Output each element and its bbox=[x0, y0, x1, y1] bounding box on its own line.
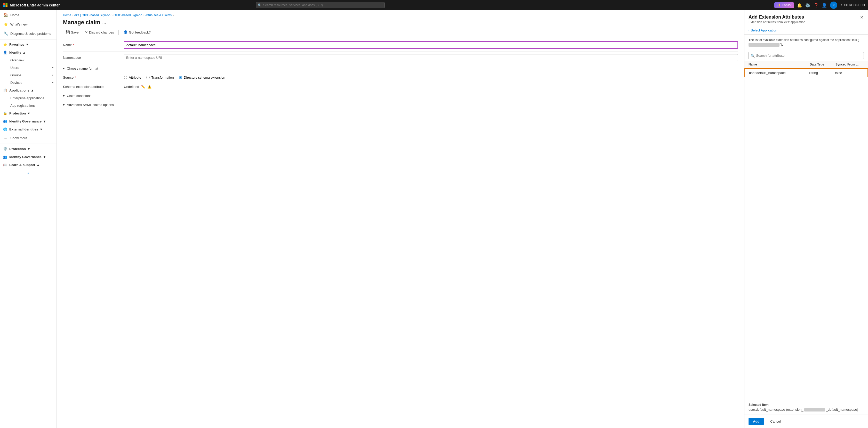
choose-name-format-row[interactable]: ▾ Choose name format bbox=[63, 64, 738, 73]
name-label: Name * bbox=[63, 43, 120, 47]
sidebar-item-groups[interactable]: Groups ▾ bbox=[0, 71, 57, 79]
star-icon: ⭐ bbox=[3, 22, 8, 27]
sidebar-item-users[interactable]: Users ▾ bbox=[0, 64, 57, 71]
sidebar-divider-1 bbox=[0, 39, 57, 39]
claim-conditions-row[interactable]: ▾ Claim conditions bbox=[63, 91, 738, 100]
source-attribute-radio[interactable] bbox=[124, 76, 127, 79]
selected-item-value: user.default_namespace (extension_ _defa… bbox=[748, 408, 864, 411]
add-button[interactable]: Add bbox=[748, 418, 764, 425]
app-brand: Microsoft Entra admin center bbox=[3, 3, 60, 7]
source-directory-schema-radio[interactable] bbox=[179, 76, 182, 79]
schema-extension-label: Schema extension attribute bbox=[63, 85, 120, 89]
sidebar-diagnose-label: Diagnose & solve problems bbox=[10, 32, 54, 36]
sidebar-learn-support-header[interactable]: 📖 Learn & support ▴ bbox=[0, 161, 57, 169]
table-row[interactable]: user.default_namespace String false bbox=[744, 68, 868, 77]
show-more-label: Show more bbox=[10, 136, 54, 140]
learn-icon: 📖 bbox=[3, 163, 7, 167]
content-area: Home › eks | OIDC-based Sign-on › OIDC-b… bbox=[57, 10, 744, 428]
source-attribute-option[interactable]: Attribute bbox=[124, 75, 141, 79]
protection-chevron: ▾ bbox=[28, 111, 30, 115]
select-application-back-button[interactable]: ‹ Select Application bbox=[748, 28, 777, 32]
users-label: Users bbox=[10, 66, 19, 70]
sidebar-item-app-registrations[interactable]: App registrations bbox=[0, 102, 57, 109]
sidebar-item-overview[interactable]: Overview bbox=[0, 57, 57, 64]
app-registrations-label: App registrations bbox=[10, 104, 36, 107]
edit-icon[interactable]: ✏️ bbox=[141, 85, 145, 89]
breadcrumb-home[interactable]: Home bbox=[63, 13, 71, 17]
sidebar-identity-header[interactable]: 👤 Identity ▴ bbox=[0, 48, 57, 57]
source-directory-schema-label: Directory schema extension bbox=[184, 75, 225, 79]
sidebar-item-devices[interactable]: Devices ▾ bbox=[0, 79, 57, 86]
page-title: Manage claim bbox=[63, 19, 100, 26]
source-transformation-radio[interactable] bbox=[146, 76, 150, 79]
name-input[interactable] bbox=[124, 41, 738, 49]
sidebar-show-more[interactable]: ··· Show more bbox=[0, 133, 57, 142]
sidebar-identity-gov2-header[interactable]: 👥 Identity Governance ▾ bbox=[0, 153, 57, 161]
search-icon: 🔍 bbox=[258, 3, 261, 7]
identity-gov-icon: 👥 bbox=[3, 120, 7, 123]
save-label: Save bbox=[71, 30, 79, 34]
discard-button[interactable]: ✕ Discard changes bbox=[82, 29, 117, 36]
sidebar-external-identities-header[interactable]: 🌐 External Identities ▾ bbox=[0, 125, 57, 133]
help-icon[interactable]: ❓ bbox=[813, 3, 819, 8]
notifications-icon[interactable]: 🔔 bbox=[797, 3, 802, 8]
identity-gov-chevron: ▾ bbox=[43, 120, 45, 123]
avatar[interactable]: K bbox=[830, 2, 837, 9]
toolbar-divider bbox=[118, 30, 119, 35]
sidebar-item-whats-new[interactable]: ⭐ What's new bbox=[0, 20, 57, 29]
panel-header: Add Extension Attributes Extension attri… bbox=[744, 10, 868, 26]
sidebar-item-home[interactable]: 🏠 Home bbox=[0, 10, 57, 20]
applications-icon: 📋 bbox=[3, 89, 7, 92]
panel-subtitle: Extension attributes from 'eks' applicat… bbox=[748, 20, 858, 24]
feedback-button[interactable]: 👤 Got feedback? bbox=[121, 29, 153, 36]
sidebar-identity-gov-header[interactable]: 👥 Identity Governance ▾ bbox=[0, 117, 57, 125]
panel-close-button[interactable]: ✕ bbox=[860, 14, 864, 20]
overview-label: Overview bbox=[10, 58, 24, 62]
save-button[interactable]: 💾 Save bbox=[63, 29, 81, 36]
namespace-input[interactable] bbox=[124, 54, 738, 61]
settings-icon[interactable]: ⚙️ bbox=[805, 3, 810, 8]
external-id-label: External Identities bbox=[9, 127, 38, 131]
breadcrumb-attrs[interactable]: Attributes & Claims bbox=[145, 13, 172, 17]
feedback-label: Got feedback? bbox=[129, 30, 151, 34]
page-title-row: Manage claim ... bbox=[57, 17, 744, 29]
collapse-sidebar-button[interactable]: « bbox=[0, 169, 57, 177]
source-transformation-option[interactable]: Transformation bbox=[146, 75, 174, 79]
groups-label: Groups bbox=[10, 73, 22, 77]
attr-synced-cell: false bbox=[835, 71, 863, 75]
breadcrumb-sep-4: › bbox=[173, 13, 174, 17]
panel-nav: ‹ Select Application bbox=[744, 26, 868, 35]
save-icon: 💾 bbox=[66, 30, 70, 34]
sidebar-favorites-header[interactable]: ⭐ Favorites ▾ bbox=[0, 40, 57, 48]
breadcrumb-sep-1: › bbox=[72, 13, 73, 17]
source-transformation-label: Transformation bbox=[151, 75, 174, 79]
sidebar-item-diagnose[interactable]: 🔧 Diagnose & solve problems bbox=[0, 29, 57, 38]
copilot-label: Copilot bbox=[782, 3, 792, 7]
panel-search[interactable]: 🔍 bbox=[744, 50, 868, 61]
collapse-icon: « bbox=[27, 171, 29, 175]
sidebar-item-enterprise-apps[interactable]: Enterprise applications bbox=[0, 94, 57, 102]
breadcrumb-oidc[interactable]: OIDC-based Sign-on bbox=[114, 13, 142, 17]
source-directory-schema-option[interactable]: Directory schema extension bbox=[179, 75, 225, 79]
cancel-button[interactable]: Cancel bbox=[766, 418, 785, 425]
advanced-saml-row[interactable]: ▾ Advanced SAML claims options bbox=[63, 100, 738, 109]
copilot-button[interactable]: ✨ Copilot bbox=[774, 2, 794, 8]
applications-chevron: ▴ bbox=[31, 89, 33, 92]
namespace-row: Namespace bbox=[63, 52, 738, 64]
search-bar[interactable]: 🔍 bbox=[256, 2, 385, 8]
identity-gov2-label: Identity Governance bbox=[9, 155, 41, 159]
breadcrumb-eks[interactable]: eks | OIDC-based Sign-on bbox=[74, 13, 111, 17]
identity-icon: 👤 bbox=[3, 51, 7, 55]
sidebar-protection-header[interactable]: 🔒 Protection ▾ bbox=[0, 109, 57, 117]
username: KUBEROCKETCI bbox=[840, 3, 865, 7]
search-input[interactable] bbox=[256, 2, 385, 8]
advanced-saml-chevron: ▾ bbox=[63, 103, 65, 107]
sidebar-protection2-header[interactable]: 🛡️ Protection ▾ bbox=[0, 145, 57, 153]
description-prefix: The list of available extension attribut… bbox=[748, 38, 859, 42]
panel-body: ‹ Select Application The list of availab… bbox=[744, 26, 868, 415]
user-icon[interactable]: 👤 bbox=[822, 3, 827, 8]
panel-search-input[interactable] bbox=[748, 52, 864, 59]
more-options-button[interactable]: ... bbox=[102, 20, 106, 25]
topbar-actions: ✨ Copilot 🔔 ⚙️ ❓ 👤 K KUBEROCKETCI bbox=[774, 2, 865, 9]
sidebar-applications-header[interactable]: 📋 Applications ▴ bbox=[0, 86, 57, 94]
